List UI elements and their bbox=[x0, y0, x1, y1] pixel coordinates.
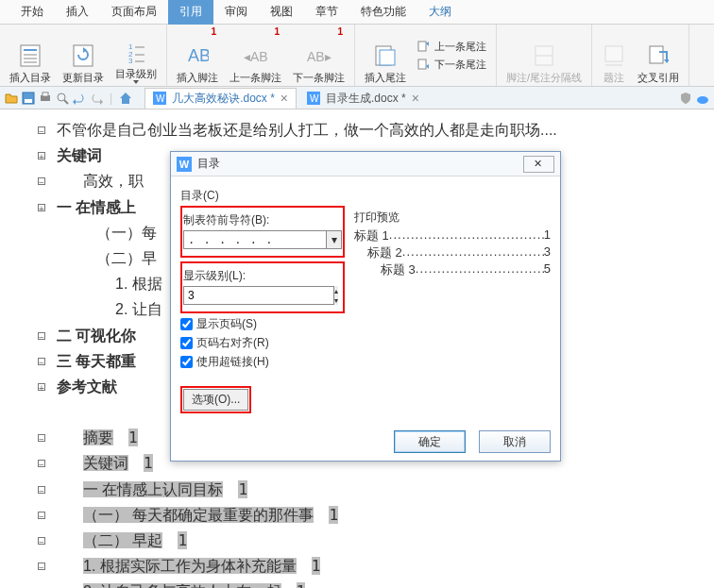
word-doc-icon: W bbox=[307, 92, 320, 105]
show-pagenum-checkbox[interactable] bbox=[180, 318, 193, 330]
highlight-box: 制表符前导符(B): . . . . . . ▾ bbox=[180, 206, 345, 258]
toc-item[interactable]: 2. 让自己多与高效人士在一起 1 bbox=[57, 579, 714, 588]
menu-start[interactable]: 开始 bbox=[9, 0, 55, 25]
spin-down-icon[interactable]: ▾ bbox=[334, 295, 338, 305]
svg-marker-34 bbox=[73, 99, 76, 105]
toc-dialog: W 目录 ✕ 目录(C) 制表符前导符(B): . . . . . . ▾ bbox=[170, 151, 561, 462]
outline-collapse-icon[interactable] bbox=[38, 460, 45, 467]
toc-item[interactable]: （一） 每天都确定最重要的那件事 1 bbox=[57, 502, 714, 528]
svg-rect-29 bbox=[25, 99, 32, 103]
options-button[interactable]: 选项(O)... bbox=[183, 389, 248, 411]
insert-endnote-button[interactable]: 插入尾注 bbox=[359, 26, 412, 84]
outline-collapse-icon[interactable] bbox=[38, 177, 45, 185]
toc-item[interactable]: 1. 根据实际工作为身体补充能量 1 bbox=[57, 553, 714, 579]
menu-view[interactable]: 视图 bbox=[259, 0, 304, 25]
dialog-titlebar[interactable]: W 目录 ✕ bbox=[171, 152, 560, 176]
svg-text:3: 3 bbox=[128, 57, 133, 63]
svg-rect-20 bbox=[418, 59, 426, 69]
outline-collapse-icon[interactable] bbox=[38, 537, 45, 545]
outline-text[interactable]: 不管你是自己创业当老板还是给别人打工，做一个高效的人都是走向职场.... bbox=[57, 117, 714, 143]
svg-point-32 bbox=[58, 93, 65, 101]
caption-button[interactable]: 题注 bbox=[596, 26, 632, 84]
svg-marker-36 bbox=[120, 92, 131, 104]
redo-icon[interactable] bbox=[89, 91, 104, 106]
insert-toc-button[interactable]: 插入目录 bbox=[4, 26, 57, 84]
toc-item[interactable]: 一 在情感上认同目标 1 bbox=[57, 477, 714, 502]
ribbon: 插入目录 更新目录 123 目录级别 1 AB 插入脚注 1 ◂AB 上一条脚注… bbox=[0, 25, 714, 87]
outline-expand-icon[interactable] bbox=[38, 383, 45, 391]
svg-rect-0 bbox=[21, 45, 40, 66]
update-toc-button[interactable]: 更新目录 bbox=[57, 26, 110, 84]
preview-icon[interactable] bbox=[55, 91, 70, 106]
menu-bar: 开始 插入 页面布局 引用 审阅 视图 章节 特色功能 大纲 bbox=[0, 0, 714, 25]
cloud-icon[interactable] bbox=[695, 91, 710, 106]
outline-collapse-icon[interactable] bbox=[38, 126, 45, 134]
svg-marker-35 bbox=[100, 99, 103, 105]
close-tab-icon[interactable]: × bbox=[412, 91, 419, 106]
svg-line-33 bbox=[64, 100, 68, 104]
spin-up-icon[interactable]: ▴ bbox=[334, 286, 338, 295]
toc-heading-label: 目录(C) bbox=[180, 188, 551, 204]
outline-collapse-icon[interactable] bbox=[38, 512, 45, 519]
undo-icon[interactable] bbox=[72, 91, 87, 106]
menu-chapter[interactable]: 章节 bbox=[304, 0, 349, 25]
next-footnote-button[interactable]: 1 AB▸ 下一条脚注 bbox=[287, 26, 350, 84]
preview-box: 标题 1....................................… bbox=[354, 227, 551, 278]
outline-collapse-icon[interactable] bbox=[38, 434, 45, 442]
svg-text:◂AB: ◂AB bbox=[244, 49, 268, 64]
document-tab-1[interactable]: W 几大高效秘诀.docx * × bbox=[144, 88, 297, 109]
menu-features[interactable]: 特色功能 bbox=[349, 0, 417, 25]
menu-layout[interactable]: 页面布局 bbox=[100, 0, 168, 25]
save-icon[interactable] bbox=[21, 91, 36, 106]
svg-text:W: W bbox=[310, 93, 319, 104]
menu-outline[interactable]: 大纲 bbox=[417, 0, 463, 25]
leader-label: 制表符前导符(B): bbox=[183, 212, 342, 228]
chevron-down-icon bbox=[133, 80, 139, 84]
menu-reference[interactable]: 引用 bbox=[168, 0, 213, 25]
prev-footnote-button[interactable]: 1 ◂AB 上一条脚注 bbox=[224, 26, 287, 84]
document-tab-bar: | W 几大高效秘诀.docx * × W 目录生成.docx * × bbox=[0, 87, 714, 109]
chevron-down-icon[interactable]: ▾ bbox=[326, 231, 341, 248]
level-spinner[interactable]: ▴▾ bbox=[183, 286, 334, 305]
next-endnote-button[interactable]: 下一条尾注 bbox=[417, 58, 486, 72]
document-tab-2[interactable]: W 目录生成.docx * × bbox=[298, 88, 428, 109]
cancel-button[interactable]: 取消 bbox=[479, 430, 551, 453]
outline-collapse-icon[interactable] bbox=[38, 332, 45, 340]
outline-collapse-icon[interactable] bbox=[38, 563, 45, 570]
svg-point-41 bbox=[697, 96, 708, 104]
prev-endnote-button[interactable]: 上一条尾注 bbox=[417, 40, 486, 54]
hyperlink-checkbox[interactable] bbox=[180, 356, 193, 368]
svg-rect-18 bbox=[418, 42, 426, 51]
close-button[interactable]: ✕ bbox=[523, 156, 554, 173]
level-input[interactable] bbox=[184, 289, 333, 302]
svg-text:W: W bbox=[156, 93, 165, 104]
outline-expand-icon[interactable] bbox=[38, 152, 45, 160]
leader-combo[interactable]: . . . . . . ▾ bbox=[183, 230, 342, 249]
menu-review[interactable]: 审阅 bbox=[213, 0, 259, 25]
svg-rect-26 bbox=[650, 46, 663, 63]
outline-expand-icon[interactable] bbox=[38, 204, 45, 211]
right-align-checkbox[interactable] bbox=[180, 337, 193, 349]
svg-rect-17 bbox=[380, 50, 395, 65]
svg-text:AB: AB bbox=[188, 46, 209, 65]
ok-button[interactable]: 确定 bbox=[394, 430, 466, 453]
open-icon[interactable] bbox=[4, 91, 19, 106]
toc-item[interactable]: （二） 早起 1 bbox=[57, 528, 714, 553]
dialog-title: 目录 bbox=[197, 156, 523, 172]
crossref-button[interactable]: 交叉引用 bbox=[632, 26, 685, 84]
insert-footnote-button[interactable]: 1 AB 插入脚注 bbox=[171, 26, 224, 84]
home-icon[interactable] bbox=[118, 91, 133, 106]
outline-collapse-icon[interactable] bbox=[38, 358, 45, 365]
separator-button[interactable]: 脚注/尾注分隔线 bbox=[501, 26, 587, 84]
toc-level-button[interactable]: 123 目录级别 bbox=[110, 26, 162, 84]
close-tab-icon[interactable]: × bbox=[280, 91, 288, 106]
level-label: 显示级别(L): bbox=[183, 268, 342, 284]
outline-collapse-icon[interactable] bbox=[38, 486, 45, 494]
print-icon[interactable] bbox=[38, 91, 53, 106]
word-doc-icon: W bbox=[153, 92, 166, 105]
svg-rect-31 bbox=[42, 92, 48, 96]
app-icon: W bbox=[177, 157, 192, 172]
svg-rect-24 bbox=[605, 46, 622, 61]
menu-insert[interactable]: 插入 bbox=[55, 0, 100, 25]
shield-icon[interactable] bbox=[678, 91, 693, 106]
